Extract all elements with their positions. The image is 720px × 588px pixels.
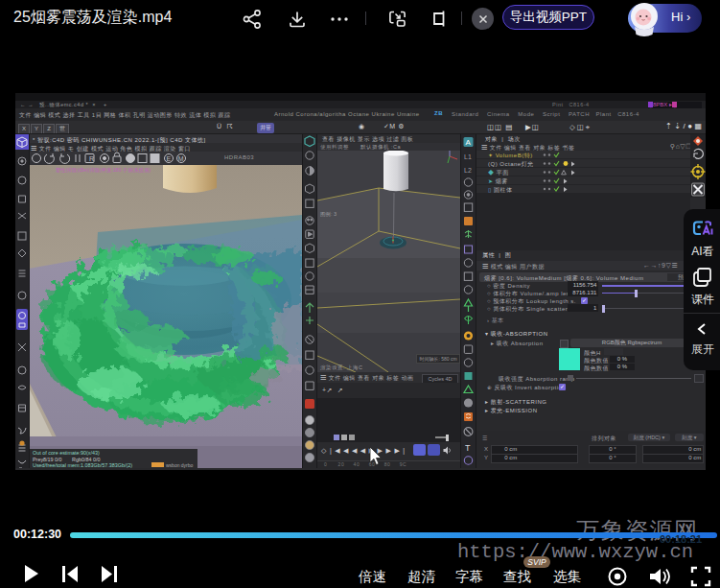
svg-text:L1: L1 <box>464 153 472 160</box>
svg-text:L2: L2 <box>464 167 472 174</box>
svg-text:R: R <box>89 155 94 162</box>
svg-text:Used/free/total mem:1.083Gb/57: Used/free/total mem:1.083Gb/57.383Gb/(2) <box>33 462 132 468</box>
svg-text:A: A <box>466 138 472 147</box>
svg-text:塑性(排除)(Be)(排除)密度:180 子值(系统值): 塑性(排除)(Be)(排除)密度:180 子值(系统值) <box>56 167 151 174</box>
svg-text:图例: 3: 图例: 3 <box>320 211 337 218</box>
svg-text:Out of core estimate:90(x/43): Out of core estimate:90(x/43) <box>33 450 100 456</box>
svg-text:M: M <box>178 155 184 162</box>
svg-text:T: T <box>465 443 471 453</box>
svg-text:E: E <box>167 155 172 162</box>
svg-text:wsbon dyrbo: wsbon dyrbo <box>166 462 194 468</box>
